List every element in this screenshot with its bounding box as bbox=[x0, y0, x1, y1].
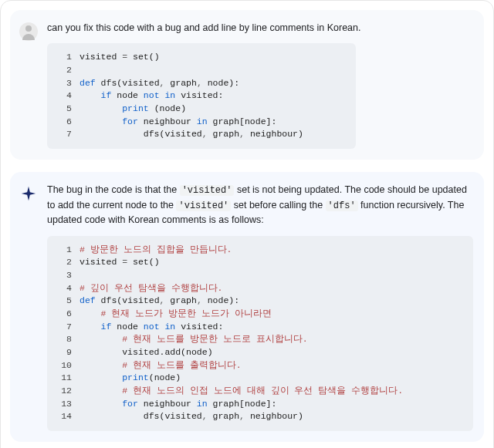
line-content: visited = set() bbox=[80, 51, 345, 64]
user-avatar-icon bbox=[19, 22, 38, 41]
code-line: 3def dfs(visited, graph, node): bbox=[55, 77, 345, 90]
code-line: 13 for neighbour in graph[node]: bbox=[55, 398, 462, 411]
user-code-block: 1visited = set()23def dfs(visited, graph… bbox=[47, 43, 356, 149]
code-line: 2 bbox=[55, 64, 345, 77]
line-content: def dfs(visited, graph, node): bbox=[80, 77, 345, 90]
line-content: # 현재 노드를 출력합니다. bbox=[80, 359, 462, 372]
line-number: 1 bbox=[55, 244, 80, 257]
line-content: print(node) bbox=[80, 372, 462, 385]
inline-code: 'visited' bbox=[180, 185, 235, 196]
code-line: 5def dfs(visited, graph, node): bbox=[55, 295, 462, 308]
user-prompt-text: can you fix this code with a bug and add… bbox=[47, 21, 473, 35]
line-number: 7 bbox=[55, 321, 80, 334]
code-line: 12 # 현재 노드의 인접 노드에 대해 깊이 우선 탐색을 수행합니다. bbox=[55, 385, 462, 398]
bot-message: The bug in the code is that the 'visited… bbox=[10, 172, 484, 442]
code-line: 1visited = set() bbox=[55, 51, 345, 64]
line-content: print (node) bbox=[80, 103, 345, 116]
code-line: 4 if node not in visited: bbox=[55, 89, 345, 103]
line-number: 9 bbox=[55, 346, 80, 359]
code-line: 14 dfs(visited, graph, neighbour) bbox=[55, 410, 462, 423]
line-content: # 현재 노드의 인접 노드에 대해 깊이 우선 탐색을 수행합니다. bbox=[80, 385, 462, 398]
line-number: 2 bbox=[55, 64, 80, 77]
line-content: dfs(visited, graph, neighbour) bbox=[80, 128, 345, 141]
line-number: 6 bbox=[55, 116, 80, 129]
bot-response-text: The bug in the code is that the 'visited… bbox=[47, 183, 473, 228]
line-number: 11 bbox=[55, 372, 80, 385]
line-number: 12 bbox=[55, 385, 80, 398]
line-number: 7 bbox=[55, 128, 80, 141]
code-line: 4# 깊이 우선 탐색을 수행합니다. bbox=[55, 282, 462, 295]
line-content bbox=[80, 269, 462, 282]
line-content: if node not in visited: bbox=[80, 89, 345, 103]
user-content: can you fix this code with a bug and add… bbox=[47, 21, 473, 149]
line-content: # 방문한 노드의 집합을 만듭니다. bbox=[80, 244, 462, 257]
line-content: dfs(visited, graph, neighbour) bbox=[80, 410, 462, 423]
line-number: 2 bbox=[55, 256, 80, 269]
sparkle-icon bbox=[19, 184, 38, 203]
line-content: for neighbour in graph[node]: bbox=[80, 398, 462, 411]
code-line: 1# 방문한 노드의 집합을 만듭니다. bbox=[55, 244, 462, 257]
line-number: 3 bbox=[55, 77, 80, 90]
bot-code-block: 1# 방문한 노드의 집합을 만듭니다.2visited = set()34# … bbox=[47, 236, 473, 431]
line-content: def dfs(visited, graph, node): bbox=[80, 295, 462, 308]
line-number: 6 bbox=[55, 308, 80, 321]
inline-code: 'dfs' bbox=[326, 200, 358, 211]
line-content: # 깊이 우선 탐색을 수행합니다. bbox=[80, 282, 462, 295]
code-line: 7 if node not in visited: bbox=[55, 321, 462, 334]
line-number: 5 bbox=[55, 295, 80, 308]
code-line: 9 visited.add(node) bbox=[55, 346, 462, 359]
line-content: if node not in visited: bbox=[80, 321, 462, 334]
line-number: 14 bbox=[55, 410, 80, 423]
user-message: can you fix this code with a bug and add… bbox=[10, 10, 484, 160]
line-number: 4 bbox=[55, 89, 80, 103]
line-number: 13 bbox=[55, 398, 80, 411]
line-number: 5 bbox=[55, 103, 80, 116]
code-line: 6 # 현재 노드가 방문한 노드가 아니라면 bbox=[55, 308, 462, 321]
line-content bbox=[80, 64, 345, 77]
code-line: 5 print (node) bbox=[55, 103, 345, 116]
line-content: visited = set() bbox=[80, 256, 462, 269]
code-line: 6 for neighbour in graph[node]: bbox=[55, 116, 345, 129]
bot-content: The bug in the code is that the 'visited… bbox=[47, 183, 473, 431]
line-number: 1 bbox=[55, 51, 80, 64]
code-line: 7 dfs(visited, graph, neighbour) bbox=[55, 128, 345, 141]
line-number: 10 bbox=[55, 359, 80, 372]
code-line: 10 # 현재 노드를 출력합니다. bbox=[55, 359, 462, 372]
line-number: 4 bbox=[55, 282, 80, 295]
line-content: for neighbour in graph[node]: bbox=[80, 116, 345, 129]
line-content: visited.add(node) bbox=[80, 346, 462, 359]
line-content: # 현재 노드를 방문한 노드로 표시합니다. bbox=[80, 333, 462, 346]
code-line: 11 print(node) bbox=[55, 372, 462, 385]
inline-code: 'visited' bbox=[176, 200, 231, 211]
line-number: 8 bbox=[55, 333, 80, 346]
code-line: 3 bbox=[55, 269, 462, 282]
line-number: 3 bbox=[55, 269, 80, 282]
code-line: 8 # 현재 노드를 방문한 노드로 표시합니다. bbox=[55, 333, 462, 346]
code-line: 2visited = set() bbox=[55, 256, 462, 269]
line-content: # 현재 노드가 방문한 노드가 아니라면 bbox=[80, 308, 462, 321]
chat-container: can you fix this code with a bug and add… bbox=[0, 0, 494, 448]
